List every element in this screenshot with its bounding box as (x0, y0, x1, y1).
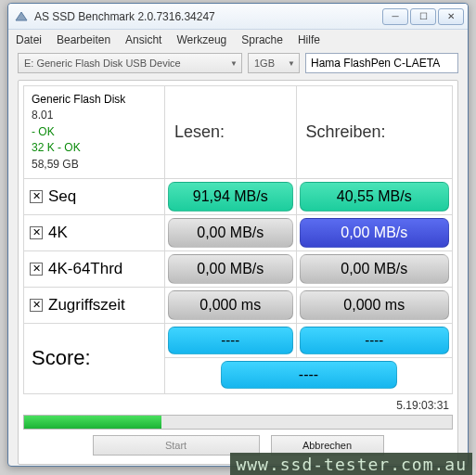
checkbox-seq[interactable]: ✕ (30, 190, 43, 203)
progress-bar (23, 415, 453, 430)
k464-write-value: 0,00 MB/s (300, 254, 449, 284)
results-table: Generic Flash Disk 8.01 - OK 32 K - OK 5… (23, 85, 453, 394)
row-access-label: Zugriffszeit (48, 296, 125, 315)
checkbox-4k64[interactable]: ✕ (30, 263, 43, 276)
row-4k: ✕4K (24, 224, 164, 242)
menu-language[interactable]: Sprache (241, 33, 283, 46)
device-name: Generic Flash Disk (32, 92, 157, 108)
device-info: Generic Flash Disk 8.01 - OK 32 K - OK 5… (24, 86, 165, 179)
device-capacity: 58,59 GB (32, 157, 157, 173)
row-4k-label: 4K (48, 224, 68, 242)
device-select-value: E: Generic Flash Disk USB Device (24, 58, 181, 69)
checkbox-4k[interactable]: ✕ (30, 226, 43, 239)
maximize-button[interactable]: ☐ (410, 8, 436, 25)
app-icon (14, 9, 29, 24)
menu-edit[interactable]: Bearbeiten (57, 33, 110, 46)
app-window: AS SSD Benchmark 2.0.7316.34247 ─ ☐ ✕ Da… (7, 3, 469, 467)
size-select-value: 1GB (254, 58, 275, 69)
row-4k64-label: 4K-64Thrd (48, 260, 122, 278)
menu-file[interactable]: Datei (16, 33, 42, 46)
seq-write-value: 40,55 MB/s (300, 182, 449, 212)
device-ok1: - OK (32, 124, 157, 140)
window-title: AS SSD Benchmark 2.0.7316.34247 (34, 10, 382, 23)
product-input[interactable]: Hama FlashPen C-LAETA (305, 53, 458, 73)
k4-read-value: 0,00 MB/s (168, 218, 293, 248)
progress-fill (24, 416, 161, 429)
device-ok2: 32 K - OK (32, 140, 157, 156)
product-input-value: Hama FlashPen C-LAETA (311, 57, 440, 70)
k464-read-value: 0,00 MB/s (168, 254, 293, 284)
checkbox-access[interactable]: ✕ (30, 299, 43, 312)
score-label: Score: (24, 323, 165, 393)
device-version: 8.01 (32, 108, 157, 123)
row-4k64: ✕4K-64Thrd (24, 260, 164, 278)
header-read: Lesen: (165, 86, 297, 179)
menu-tools[interactable]: Werkzeug (176, 33, 226, 46)
score-total: ---- (221, 361, 397, 389)
chevron-down-icon: ▼ (288, 59, 295, 68)
row-access: ✕Zugriffszeit (24, 296, 164, 315)
close-button[interactable]: ✕ (438, 8, 464, 25)
k4-write-value: 0,00 MB/s (300, 218, 449, 248)
window-controls: ─ ☐ ✕ (382, 8, 464, 25)
score-write: ---- (300, 327, 449, 354)
acc-write-value: 0,000 ms (300, 290, 449, 320)
row-seq: ✕Seq (24, 187, 164, 206)
menu-bar: Datei Bearbeiten Ansicht Werkzeug Sprach… (8, 30, 468, 50)
acc-read-value: 0,000 ms (168, 290, 293, 320)
elapsed-timer: 5.19:03:31 (23, 394, 453, 415)
header-write: Schreiben: (296, 86, 452, 179)
results-panel: Generic Flash Disk 8.01 - OK 32 K - OK 5… (18, 80, 458, 465)
watermark: www.ssd-tester.com.au (230, 453, 472, 475)
title-bar[interactable]: AS SSD Benchmark 2.0.7316.34247 ─ ☐ ✕ (8, 4, 468, 30)
device-select[interactable]: E: Generic Flash Disk USB Device ▼ (18, 53, 242, 73)
minimize-button[interactable]: ─ (382, 8, 408, 25)
menu-view[interactable]: Ansicht (125, 33, 161, 46)
seq-read-value: 91,94 MB/s (168, 182, 293, 212)
size-select[interactable]: 1GB ▼ (248, 53, 300, 73)
row-seq-label: Seq (48, 187, 76, 206)
chevron-down-icon: ▼ (230, 59, 238, 68)
menu-help[interactable]: Hilfe (298, 33, 320, 46)
toolbar: E: Generic Flash Disk USB Device ▼ 1GB ▼… (8, 50, 468, 76)
score-read: ---- (168, 327, 293, 354)
